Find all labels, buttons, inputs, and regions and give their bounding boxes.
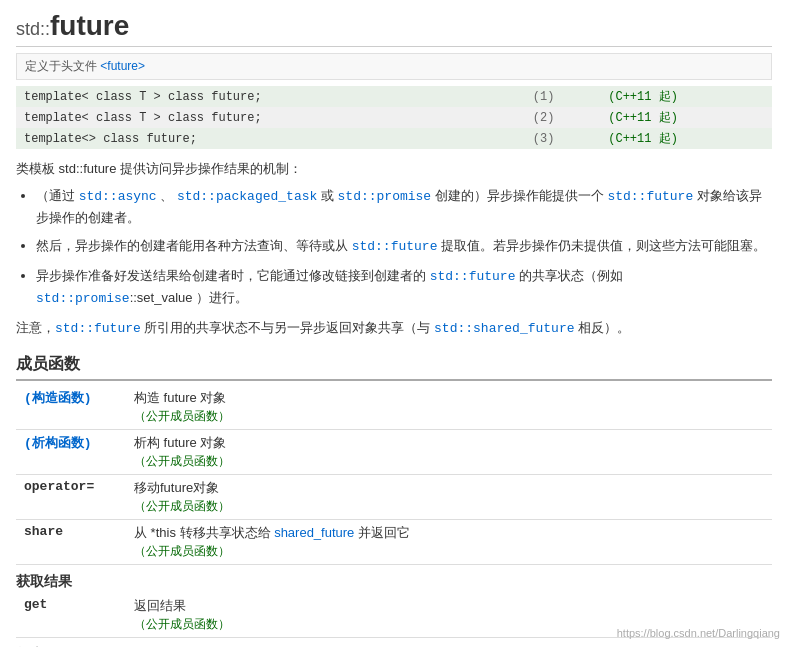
template-code: template< class T > class future; — [16, 86, 525, 107]
title-name: future — [50, 10, 129, 41]
member-name-link[interactable]: (构造函数) — [24, 391, 92, 406]
template-version: (C++11 起) — [600, 86, 772, 107]
member-desc: 构造 future 对象（公开成员函数） — [126, 385, 772, 430]
template-num: (1) — [525, 86, 600, 107]
table-row: (析构函数)析构 future 对象（公开成员函数） — [16, 429, 772, 474]
description-section: 类模板 std::future 提供访问异步操作结果的机制： （通过 std::… — [16, 159, 772, 340]
section-title-members: 成员函数 — [16, 354, 772, 381]
table-row: (构造函数)构造 future 对象（公开成员函数） — [16, 385, 772, 430]
member-sub-label: （公开成员函数） — [134, 498, 764, 515]
template-code: template<> class future; — [16, 128, 525, 149]
members-section: 成员函数(构造函数)构造 future 对象（公开成员函数）(析构函数)析构 f… — [16, 354, 772, 647]
member-name: operator= — [16, 474, 126, 519]
description-bullet: 异步操作准备好发送结果给创建者时，它能通过修改链接到创建者的 std::futu… — [36, 266, 772, 310]
member-sub-label: （公开成员函数） — [134, 408, 764, 425]
member-desc-link[interactable]: shared_future — [274, 525, 354, 540]
defined-in-label: 定义于头文件 — [25, 59, 97, 73]
template-num: (2) — [525, 107, 600, 128]
description-note: 注意，std::future 所引用的共享状态不与另一异步返回对象共享（与 st… — [16, 318, 772, 340]
member-desc: 从 *this 转移共享状态给 shared_future 并返回它（公开成员函… — [126, 519, 772, 564]
watermark: https://blog.csdn.net/Darlingqiang — [617, 627, 780, 639]
template-version: (C++11 起) — [600, 107, 772, 128]
member-name: share — [16, 519, 126, 564]
template-code: template< class T > class future; — [16, 107, 525, 128]
template-version: (C++11 起) — [600, 128, 772, 149]
member-name-link[interactable]: (析构函数) — [24, 436, 92, 451]
defined-in-box: 定义于头文件 <future> — [16, 53, 772, 80]
description-intro: 类模板 std::future 提供访问异步操作结果的机制： — [16, 159, 772, 180]
namespace-prefix: std:: — [16, 19, 50, 39]
template-row: template< class T > class future; (1) (C… — [16, 86, 772, 107]
subsection-title: 获取结果 — [16, 573, 772, 591]
header-file-link[interactable]: <future> — [100, 59, 145, 73]
member-name: get — [16, 593, 126, 638]
template-num: (3) — [525, 128, 600, 149]
member-desc: 析构 future 对象（公开成员函数） — [126, 429, 772, 474]
description-bullet: 然后，异步操作的创建者能用各种方法查询、等待或从 std::future 提取值… — [36, 236, 772, 258]
member-table: (构造函数)构造 future 对象（公开成员函数）(析构函数)析构 futur… — [16, 385, 772, 565]
template-row: template<> class future; (3) (C++11 起) — [16, 128, 772, 149]
table-row: operator=移动future对象（公开成员函数） — [16, 474, 772, 519]
description-bullet: （通过 std::async 、 std::packaged_task 或 st… — [36, 186, 772, 229]
table-row: share从 *this 转移共享状态给 shared_future 并返回它（… — [16, 519, 772, 564]
template-row: template< class T > class future; (2) (C… — [16, 107, 772, 128]
member-desc: 移动future对象（公开成员函数） — [126, 474, 772, 519]
member-sub-label: （公开成员函数） — [134, 543, 764, 560]
template-table: template< class T > class future; (1) (C… — [16, 86, 772, 149]
member-sub-label: （公开成员函数） — [134, 453, 764, 470]
description-list: （通过 std::async 、 std::packaged_task 或 st… — [36, 186, 772, 310]
page-title: std::future — [16, 10, 772, 47]
